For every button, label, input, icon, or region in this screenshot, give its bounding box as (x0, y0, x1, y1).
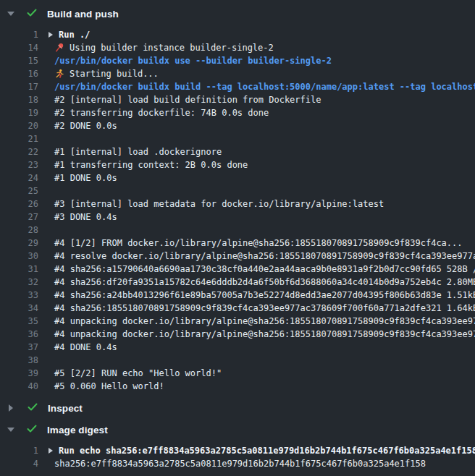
workflow-log-viewer: Build and push 1Run ./14Using builder in… (0, 0, 475, 470)
success-check-icon (26, 423, 38, 437)
log-line-number[interactable]: 30 (0, 250, 38, 263)
log-line-number[interactable]: 14 (0, 41, 38, 54)
log-line-number[interactable]: 40 (0, 380, 38, 393)
log-line-text: #4 unpacking docker.io/library/alpine@sh… (54, 315, 475, 328)
log-line-text: Using builder instance builder-single-2 (70, 41, 274, 54)
log-line: 26#3 [internal] load metadata for docker… (0, 197, 475, 211)
log-line-number[interactable]: 22 (0, 145, 38, 158)
log-line-text: #4 sha256:a24bb4013296f61e89ba57005a7b3e… (54, 289, 475, 302)
log-line: 20#2 DONE 0.0s (0, 119, 475, 132)
log-line: 35#4 unpacking docker.io/library/alpine@… (0, 315, 475, 328)
section-log-lines: 1Run ./14Using builder instance builder-… (0, 28, 475, 393)
section-title: Build and push (47, 9, 119, 20)
log-line-number[interactable]: 37 (0, 341, 38, 354)
log-line-text: #3 DONE 0.4s (54, 211, 117, 224)
log-line-number[interactable]: 29 (0, 237, 38, 250)
log-line-text: #4 resolve docker.io/library/alpine@sha2… (54, 250, 475, 263)
log-line-text: #2 [internal] load build definition from… (54, 93, 321, 106)
log-line-number[interactable]: 35 (0, 315, 38, 328)
section-header-build-and-push[interactable]: Build and push (0, 7, 475, 20)
log-line-text: #2 transferring dockerfile: 74B 0.0s don… (54, 106, 269, 119)
log-line: 27#3 DONE 0.4s (0, 211, 475, 224)
log-line: 31#4 sha256:a15790640a6690aa1730c38cf0a4… (0, 263, 475, 276)
log-line-number[interactable]: 23 (0, 158, 38, 171)
success-check-icon (26, 7, 38, 21)
log-line-text: #2 DONE 0.0s (54, 119, 117, 132)
log-line-text: /usr/bin/docker buildx use --builder bui… (54, 54, 332, 67)
log-line-text[interactable]: Run echo sha256:e7ff8834a5963a2785c5a081… (59, 444, 475, 457)
section-log-lines: 1Run echo sha256:e7ff8834a5963a2785c5a08… (0, 444, 475, 470)
log-line: 21 (0, 132, 475, 145)
success-check-icon (27, 401, 38, 415)
log-line: 18#2 [internal] load build definition fr… (0, 93, 475, 106)
log-line-number[interactable]: 19 (0, 106, 38, 119)
log-line-number[interactable]: 1 (0, 28, 38, 41)
log-line-number[interactable]: 17 (0, 80, 38, 93)
log-line-number[interactable]: 4 (0, 457, 38, 470)
log-line-number[interactable]: 1 (0, 444, 38, 457)
log-line-number[interactable]: 32 (0, 276, 38, 289)
log-section-image-digest: Image digest 1Run echo sha256:e7ff8834a5… (0, 423, 475, 470)
log-line-number[interactable]: 18 (0, 93, 38, 106)
log-section-build-and-push: Build and push 1Run ./14Using builder in… (0, 7, 475, 393)
log-line-number[interactable]: 16 (0, 67, 38, 80)
log-line: 38 (0, 354, 475, 367)
log-line-number[interactable]: 21 (0, 132, 38, 145)
log-line-number[interactable]: 27 (0, 211, 38, 224)
log-line: 34#4 sha256:185518070891758909c9f839cf4c… (0, 302, 475, 315)
log-line: 30#4 resolve docker.io/library/alpine@sh… (0, 250, 475, 263)
log-line: 23#1 transferring context: 2B 0.0s done (0, 158, 475, 171)
log-line: 32#4 sha256:df20fa9351a15782c64e6dddb2d4… (0, 276, 475, 289)
log-line-text: #5 [2/2] RUN echo "Hello world!" (54, 367, 222, 380)
log-line-number[interactable]: 25 (0, 184, 38, 197)
log-line: 36#4 unpacking docker.io/library/alpine@… (0, 328, 475, 341)
log-line: 19#2 transferring dockerfile: 74B 0.0s d… (0, 106, 475, 119)
log-line-text: #1 DONE 0.0s (54, 171, 117, 184)
log-line: 39#5 [2/2] RUN echo "Hello world!" (0, 367, 475, 380)
pushpin-emoji-icon (54, 43, 64, 53)
log-line-number[interactable]: 20 (0, 119, 38, 132)
log-line-text: sha256:e7ff8834a5963a2785c5a0811e979d16b… (54, 457, 426, 470)
log-line: 17/usr/bin/docker buildx build --tag loc… (0, 80, 475, 93)
log-section-inspect: Inspect (0, 401, 475, 415)
log-line: 1Run ./ (0, 28, 475, 41)
log-line-number[interactable]: 26 (0, 197, 38, 211)
section-title: Inspect (48, 403, 83, 414)
log-line: 1Run echo sha256:e7ff8834a5963a2785c5a08… (0, 444, 475, 457)
log-line-number[interactable]: 36 (0, 328, 38, 341)
chevron-down-icon[interactable] (7, 428, 14, 432)
section-title: Image digest (47, 425, 108, 435)
log-line-number[interactable]: 38 (0, 354, 38, 367)
log-line-text: #4 sha256:a15790640a6690aa1730c38cf0a440… (54, 263, 475, 276)
log-line-text: Starting build... (70, 67, 159, 80)
log-line-text: #1 [internal] load .dockerignore (54, 145, 222, 158)
log-line: 15/usr/bin/docker buildx use --builder b… (0, 54, 475, 67)
log-line: 40#5 0.060 Hello world! (0, 380, 475, 393)
expand-arrow-icon[interactable] (49, 448, 53, 454)
log-line-text: #3 [internal] load metadata for docker.i… (54, 197, 384, 211)
log-line: 37#4 DONE 0.4s (0, 341, 475, 354)
log-line: 25 (0, 184, 475, 197)
log-line-text[interactable]: Run ./ (59, 28, 90, 41)
log-line-number[interactable]: 15 (0, 54, 38, 67)
log-line-number[interactable]: 33 (0, 289, 38, 302)
chevron-down-icon[interactable] (7, 12, 14, 16)
log-line-text: #4 unpacking docker.io/library/alpine@sh… (54, 328, 475, 341)
log-line-number[interactable]: 31 (0, 263, 38, 276)
section-header-image-digest[interactable]: Image digest (0, 423, 475, 436)
log-line-text: #5 0.060 Hello world! (54, 380, 164, 393)
log-line-text: #4 DONE 0.4s (54, 341, 117, 354)
expand-arrow-icon[interactable] (49, 32, 53, 38)
log-line: 24#1 DONE 0.0s (0, 171, 475, 184)
section-header-inspect[interactable]: Inspect (0, 401, 475, 415)
chevron-right-icon[interactable] (9, 404, 13, 412)
log-line: 22#1 [internal] load .dockerignore (0, 145, 475, 158)
log-line-number[interactable]: 39 (0, 367, 38, 380)
log-line-number[interactable]: 34 (0, 302, 38, 315)
log-line-number[interactable]: 24 (0, 171, 38, 184)
log-line-text: #1 transferring context: 2B 0.0s done (54, 158, 248, 171)
log-line-text: #4 [1/2] FROM docker.io/library/alpine@s… (54, 237, 463, 250)
log-line: 14Using builder instance builder-single-… (0, 41, 475, 54)
log-line-number[interactable]: 28 (0, 224, 38, 237)
log-line: 4sha256:e7ff8834a5963a2785c5a0811e979d16… (0, 457, 475, 470)
